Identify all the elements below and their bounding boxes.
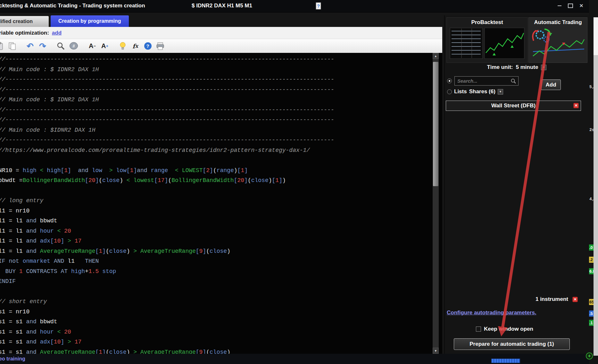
insert-function-icon[interactable]: fx bbox=[131, 41, 139, 51]
prepare-automatic-trading-button[interactable]: Prepare for automatic trading (1) bbox=[454, 338, 570, 350]
time-unit-row: Time unit: 5 minute ▼ bbox=[444, 64, 589, 70]
bottom-bar: eo training bbox=[0, 354, 589, 364]
search-icon[interactable] bbox=[56, 41, 65, 51]
paste-icon[interactable] bbox=[0, 41, 4, 51]
loading-progress-bar bbox=[491, 359, 520, 363]
editor-scrollbar[interactable]: ▲ ▼ bbox=[433, 53, 439, 354]
variable-optimization-add-link[interactable]: add bbox=[52, 30, 62, 36]
lists-dropdown-arrow-icon[interactable]: ▼ bbox=[498, 89, 503, 95]
price-label-fragment: .0 bbox=[589, 244, 594, 251]
code-line: s1 = nr10 bbox=[0, 307, 442, 317]
window-title: cktesting & Automatic Trading - Trading … bbox=[0, 3, 145, 9]
code-line: s1 = s1 and AverageTrueRange[1](close) >… bbox=[0, 347, 442, 354]
tab-probacktest[interactable]: ProBacktest bbox=[446, 17, 528, 63]
price-label-fragment: .5 bbox=[589, 310, 594, 317]
code-line: // Main code : $ IDNR2 DAX 1H bbox=[0, 95, 442, 105]
code-editor[interactable]: //--------------------------------------… bbox=[0, 53, 442, 354]
probacktest-thumbnail-icon bbox=[449, 27, 526, 61]
remove-instrument-icon[interactable]: ✕ bbox=[572, 297, 578, 302]
search-input[interactable] bbox=[457, 78, 511, 84]
maximize-button[interactable] bbox=[567, 2, 574, 9]
code-line: l1 = l1 and adx[10] > 17 bbox=[0, 236, 442, 246]
svg-text://: // bbox=[73, 44, 75, 48]
scroll-down-button[interactable]: ▼ bbox=[433, 348, 439, 354]
instrument-searchbox[interactable] bbox=[454, 76, 519, 86]
code-line: // Main code : $IDNR2 DAX 1H bbox=[0, 125, 442, 136]
minimize-button[interactable] bbox=[556, 2, 563, 9]
hint-icon[interactable] bbox=[119, 41, 127, 51]
code-line: l1 = l1 and bbwdt bbox=[0, 216, 442, 226]
code-line: l1 = l1 and AverageTrueRange[1](close) >… bbox=[0, 246, 442, 257]
zoom-in-icon[interactable]: + bbox=[586, 352, 593, 360]
copy-icon[interactable] bbox=[8, 41, 16, 51]
window-controls: ✕ bbox=[556, 2, 585, 9]
code-line: l1 = l1 and hour < 20 bbox=[0, 226, 442, 236]
title-bar: cktesting & Automatic Trading - Trading … bbox=[0, 0, 589, 12]
keep-window-checkbox[interactable] bbox=[476, 327, 481, 332]
keep-window-label: Keep window open bbox=[484, 326, 533, 332]
configure-autotrading-link[interactable]: Configure autotrading parameters. bbox=[447, 310, 536, 316]
code-line: bbwdt =BollingerBandWidth[20](close) < l… bbox=[0, 176, 442, 186]
font-decrease-icon[interactable]: A− bbox=[88, 41, 96, 51]
time-unit-value[interactable]: 5 minute bbox=[516, 64, 538, 70]
price-label-fragment: 65 bbox=[589, 299, 594, 305]
lists-radio[interactable] bbox=[447, 89, 452, 94]
background-window-strip: 5,02s4,9.0.26.865.5.1 bbox=[589, 0, 598, 364]
time-unit-dropdown-arrow-icon[interactable]: ▼ bbox=[541, 65, 546, 70]
code-line: s1 = s1 and bbwdt bbox=[0, 317, 442, 327]
prepare-button-label: Prepare for automatic trading (1) bbox=[469, 341, 554, 347]
tab-simplified-creation-label: lified creation bbox=[0, 19, 33, 24]
automatic-trading-thumbnail-icon bbox=[530, 27, 586, 61]
code-line: //--------------------------------------… bbox=[0, 75, 442, 85]
window-title-instrument: $ IDNR2 DAX H1 M5 M1 bbox=[192, 3, 252, 9]
code-line: //--------------------------------------… bbox=[0, 54, 442, 65]
search-row bbox=[447, 76, 519, 86]
undo-icon[interactable]: ↶ bbox=[26, 41, 34, 51]
print-icon[interactable] bbox=[156, 41, 165, 51]
code-line: // long entry bbox=[0, 196, 442, 206]
remove-list-icon[interactable]: ✕ bbox=[573, 103, 579, 108]
code-line: // short entry bbox=[0, 297, 442, 307]
code-lines: //--------------------------------------… bbox=[0, 53, 442, 354]
help-doc-icon[interactable]: ? bbox=[315, 2, 322, 12]
code-line bbox=[0, 186, 442, 196]
editor-scrollbar-thumb[interactable] bbox=[433, 62, 438, 186]
search-radio[interactable] bbox=[447, 79, 452, 83]
redo-icon[interactable]: ↷ bbox=[38, 41, 47, 51]
help-icon[interactable]: ? bbox=[144, 41, 152, 51]
background-window-scrollbar[interactable] bbox=[594, 17, 598, 356]
price-label-fragment: .1 bbox=[589, 320, 594, 326]
instrument-count-label: 1 instrument bbox=[536, 296, 568, 302]
code-line: //https://www.prorealcode.com/prorealtim… bbox=[0, 145, 442, 156]
scroll-up-button[interactable]: ▲ bbox=[433, 53, 439, 59]
code-line: //--------------------------------------… bbox=[0, 105, 442, 115]
svg-text:?: ? bbox=[317, 4, 320, 9]
instrument-count-row: 1 instrument ✕ bbox=[444, 296, 589, 304]
price-label-fragment: 6.8 bbox=[589, 268, 594, 274]
editor-panel: riable optimization: add ↶ ↷ // A− A+ bbox=[0, 27, 442, 354]
tab-creation-by-programming[interactable]: Creation by programming bbox=[51, 15, 129, 27]
add-instrument-button[interactable]: Add bbox=[541, 79, 561, 90]
variable-optimization-row: riable optimization: add bbox=[0, 27, 442, 39]
tab-automatic-trading-label: Automatic Trading bbox=[534, 19, 582, 26]
close-button[interactable]: ✕ bbox=[577, 2, 585, 9]
code-line: s1 = s1 and adx[10] > 17 bbox=[0, 337, 442, 347]
code-line: s1 = s1 and hour < 20 bbox=[0, 327, 442, 337]
code-line: ENDIF bbox=[0, 277, 442, 287]
lists-value[interactable]: Shares (6) bbox=[469, 88, 495, 95]
tab-automatic-trading[interactable]: Automatic Trading bbox=[528, 17, 587, 63]
lists-label: Lists bbox=[454, 88, 467, 95]
code-line: //--------------------------------------… bbox=[0, 135, 442, 145]
code-line bbox=[0, 155, 442, 166]
editor-toolbar: ↶ ↷ // A− A+ fx ? bbox=[0, 39, 442, 53]
price-label-fragment: .2 bbox=[589, 257, 594, 263]
time-unit-label: Time unit: bbox=[487, 64, 513, 70]
tab-simplified-creation[interactable]: lified creation bbox=[0, 16, 49, 27]
comment-icon[interactable]: // bbox=[69, 41, 79, 51]
code-line: // Main code : $ IDNR2 DAX 1H bbox=[0, 65, 442, 75]
code-line: NR10 = high < high[1] and low > low[1]an… bbox=[0, 166, 442, 176]
instrument-list-header: Wall Street (DFB) ✕ bbox=[446, 101, 581, 111]
code-line: l1 = nr10 bbox=[0, 206, 442, 216]
video-training-link[interactable]: eo training bbox=[0, 356, 25, 362]
font-increase-icon[interactable]: A+ bbox=[101, 41, 109, 51]
